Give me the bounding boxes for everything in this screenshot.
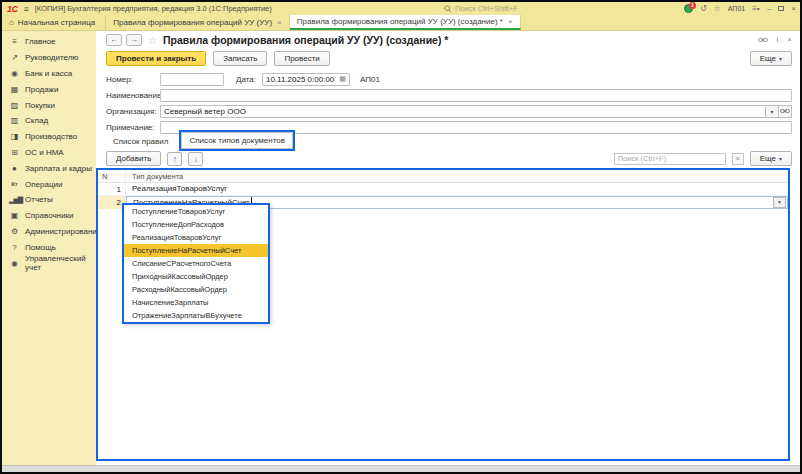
table-more-button[interactable]: Еще▾	[750, 151, 792, 166]
subtab-rules-list[interactable]: Список правил	[106, 134, 175, 149]
sidebar-item-label: ОС и НМА	[25, 148, 64, 157]
forward-button[interactable]: →	[126, 34, 142, 46]
dropdown-item-selected[interactable]: ПоступлениеНаРасчетныйСчет	[124, 244, 268, 257]
table-header: N Тип документа	[98, 170, 788, 183]
document-form: ← → ☆ Правила формирования операций УУ (…	[96, 31, 800, 465]
sidebar-item-fixed-assets[interactable]: ⊞ОС и НМА	[2, 145, 96, 161]
title-bar: 1С ≡ [КОПИЯ] Бухгалтерия предприятия, ре…	[2, 2, 800, 15]
sidebar-item-warehouse[interactable]: ▥Склад	[2, 113, 96, 129]
sidebar-item-main[interactable]: ≡Главное	[2, 34, 96, 50]
post-button[interactable]: Провести	[274, 51, 329, 66]
functions-menu-icon[interactable]: ≡▾	[752, 4, 760, 13]
save-button[interactable]: Записать	[213, 51, 267, 66]
move-up-button[interactable]: ↑	[167, 152, 182, 166]
doc-type-cell[interactable]: РеализацияТоваровУслуг	[126, 183, 788, 196]
form-close-icon[interactable]: ×	[787, 35, 792, 44]
dropdown-item[interactable]: ПриходныйКассовыйОрдер	[124, 270, 268, 283]
sidebar-item-help[interactable]: ?Помощь	[2, 239, 96, 255]
add-button[interactable]: Добавить	[106, 151, 161, 166]
back-button[interactable]: ←	[106, 34, 122, 46]
date-label: Дата:	[236, 75, 256, 84]
help-icon: ?	[9, 243, 20, 252]
subtab-document-types[interactable]: Список типов документов	[181, 132, 292, 149]
tab-label: Правила формирования операций УУ (УУ) (с…	[297, 17, 503, 26]
date-field[interactable]: 10.11.2025 0:00:00▦	[262, 73, 350, 86]
sidebar-item-production[interactable]: ◨Производство	[2, 129, 96, 145]
move-down-button[interactable]: ↓	[188, 152, 203, 166]
sidebar-item-label: Управленческий учет	[25, 254, 96, 272]
favorite-star-icon[interactable]: ☆	[148, 35, 157, 46]
tab-close-icon[interactable]: ×	[508, 17, 513, 26]
dropdown-item[interactable]: НачислениеЗарплаты	[124, 296, 268, 309]
close-button[interactable]: ×	[791, 4, 796, 13]
sidebar-item-operations[interactable]: КтОперации	[2, 176, 96, 192]
calendar-icon[interactable]: ▦	[339, 75, 346, 83]
dropdown-item[interactable]: СписаниеСРасчетногоСчета	[124, 257, 268, 270]
get-link-icon[interactable]	[758, 36, 768, 44]
favorites-icon[interactable]: ☆	[714, 4, 721, 13]
sidebar-item-label: Помощь	[25, 243, 56, 252]
sidebar-item-manager[interactable]: ↗Руководителю	[2, 50, 96, 66]
organization-dropdown-icon[interactable]: ▾	[766, 105, 779, 118]
global-search-input[interactable]: Поиск Ctrl+Shift+F	[444, 3, 644, 14]
sidebar-item-purchases[interactable]: ▨Покупки	[2, 97, 96, 113]
author-value: АП01	[360, 75, 380, 84]
organization-field[interactable]: Северный ветер ООО	[160, 105, 766, 118]
organization-open-link-icon[interactable]	[779, 105, 792, 118]
window-title: [КОПИЯ] Бухгалтерия предприятия, редакци…	[35, 4, 272, 13]
sidebar-item-salary-hr[interactable]: ●Зарплата и кадры	[2, 160, 96, 176]
post-and-close-button[interactable]: Провести и закрыть	[106, 51, 206, 66]
coin-icon: ◉	[9, 259, 20, 268]
person-icon: ●	[9, 164, 20, 173]
column-header-n[interactable]: N	[98, 172, 126, 181]
status-bar	[2, 465, 800, 472]
dropdown-item[interactable]: ОтражениеЗарплатыВБухучете	[124, 309, 268, 322]
sidebar-item-label: Склад	[25, 116, 48, 125]
form-title: Правила формирования операций УУ (УУ) (с…	[163, 34, 448, 46]
sidebar-item-sales[interactable]: ▦Продажи	[2, 81, 96, 97]
sidebar-item-label: Банк и касса	[25, 69, 72, 78]
note-label: Примечание:	[106, 123, 160, 132]
column-header-doc-type[interactable]: Тип документа	[126, 172, 788, 181]
tab-rules-create[interactable]: Правила формирования операций УУ (УУ) (с…	[290, 15, 521, 30]
user-id[interactable]: АП01	[728, 5, 745, 12]
link-icon	[780, 107, 790, 115]
name-field[interactable]	[160, 89, 792, 102]
pin-icon[interactable]: i	[777, 35, 779, 44]
sidebar-item-reports[interactable]: ▂▅▇Отчеты	[2, 192, 96, 208]
form-more-button[interactable]: Еще▾	[750, 51, 792, 66]
sidebar-item-management-acct[interactable]: ◉Управленческий учет	[2, 255, 96, 271]
cell-dropdown-icon[interactable]: ▼	[773, 197, 786, 208]
maximize-button[interactable]	[778, 6, 784, 11]
gear-icon: ⚙	[9, 227, 20, 236]
dropdown-item[interactable]: ПоступлениеТоваровУслуг	[124, 205, 268, 218]
warehouse-icon: ▥	[9, 116, 20, 125]
tab-rules-list[interactable]: Правила формирования операций УУ (УУ) ×	[106, 15, 290, 30]
tab-close-icon[interactable]: ×	[277, 18, 282, 27]
table-search-input[interactable]: Поиск (Ctrl+F)	[614, 153, 726, 165]
cart-icon: ▨	[9, 101, 20, 110]
bag-icon: ▦	[9, 85, 20, 94]
search-icon	[444, 5, 452, 13]
clear-search-icon[interactable]: ×	[732, 153, 744, 165]
sidebar-item-directories[interactable]: ▣Справочники	[2, 208, 96, 224]
minimize-button[interactable]: –	[767, 4, 771, 13]
dropdown-item[interactable]: ПоступлениеДопРасходов	[124, 218, 268, 231]
home-icon: ⌂	[9, 18, 14, 27]
discussions-icon[interactable]: 1	[684, 4, 693, 13]
book-icon: ▣	[9, 211, 20, 220]
dropdown-item[interactable]: РеализацияТоваровУслуг	[124, 231, 268, 244]
sidebar-item-administration[interactable]: ⚙Администрирование	[2, 224, 96, 240]
dropdown-item[interactable]: РасходныйКассовыйОрдер	[124, 283, 268, 296]
window-tab-bar: ⌂ Начальная страница Правила формировани…	[2, 15, 800, 31]
tab-home[interactable]: ⌂ Начальная страница	[2, 15, 106, 30]
history-icon[interactable]: ↺	[700, 4, 707, 13]
app-window: 1С ≡ [КОПИЯ] Бухгалтерия предприятия, ре…	[0, 0, 802, 474]
table-row[interactable]: 1 РеализацияТоваровУслуг	[98, 183, 788, 196]
sidebar-item-bank-cash[interactable]: ◉Банк и касса	[2, 66, 96, 82]
doc-type-dropdown-list: ПоступлениеТоваровУслуг ПоступлениеДопРа…	[122, 203, 270, 324]
coin-icon: ◉	[9, 69, 20, 78]
row-number: 1	[98, 183, 126, 196]
main-menu-icon[interactable]: ≡	[24, 4, 29, 14]
number-field[interactable]	[160, 73, 224, 86]
